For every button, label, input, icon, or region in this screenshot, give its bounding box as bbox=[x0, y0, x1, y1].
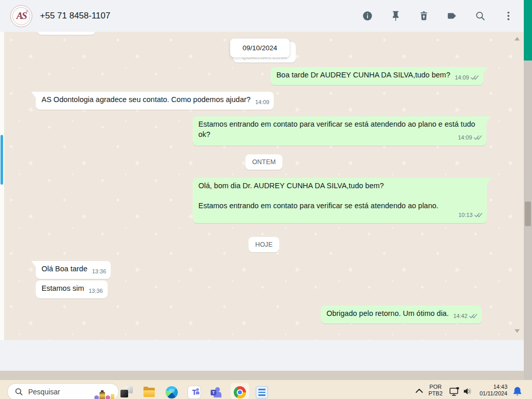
day-divider-today: HOJE bbox=[249, 237, 279, 252]
message-text: Estamos entrando em contato para verific… bbox=[198, 120, 475, 138]
notepad-line bbox=[258, 394, 265, 396]
chat-area: QUARTA-FEIRA 09/10/2024 Boa tarde Dr AUD… bbox=[4, 32, 524, 340]
message-time: 13:36 bbox=[89, 286, 103, 296]
chat-header: AS ® +55 71 8458-1107 bbox=[0, 0, 524, 32]
partial-message-bubble bbox=[37, 32, 95, 35]
message-text: Obrigado pelo retorno. Um ótimo dia. bbox=[326, 309, 449, 317]
bubble-tail bbox=[31, 92, 36, 98]
notification-bell-icon[interactable] bbox=[513, 386, 522, 396]
network-icon[interactable] bbox=[449, 387, 460, 397]
edge-icon[interactable] bbox=[166, 386, 178, 398]
page-scrollbar[interactable] bbox=[524, 61, 532, 380]
message-time: 14:09 bbox=[455, 73, 469, 83]
language-code: POR bbox=[428, 384, 443, 390]
chrome-icon[interactable] bbox=[234, 386, 246, 398]
search-icon bbox=[15, 388, 23, 396]
teams-person-head bbox=[196, 388, 199, 391]
volume-icon[interactable] bbox=[463, 387, 473, 396]
delete-icon[interactable] bbox=[418, 10, 430, 22]
teams-icon[interactable]: T bbox=[211, 386, 223, 398]
pin-icon[interactable] bbox=[390, 10, 402, 22]
message-time: 13:36 bbox=[92, 267, 106, 277]
flower-decoration bbox=[94, 395, 99, 399]
chatlist-scrollbar-thumb[interactable] bbox=[1, 135, 3, 185]
message-time: 10:13 bbox=[458, 210, 473, 221]
message-text: AS Odontologia agradece seu contato. Com… bbox=[42, 95, 251, 104]
notepad-icon[interactable] bbox=[256, 386, 268, 398]
keyboard-layout: PTB2 bbox=[428, 390, 443, 397]
avatar-initials: AS bbox=[16, 10, 26, 22]
double-check-icon bbox=[469, 313, 477, 319]
page-scrollbar-thumb[interactable] bbox=[525, 202, 531, 226]
info-icon[interactable] bbox=[361, 10, 374, 22]
avatar-trademark: ® bbox=[26, 10, 28, 13]
candle-decoration bbox=[111, 394, 114, 399]
message-bubble[interactable]: Olá Boa tarde13:36 bbox=[36, 261, 111, 279]
clock-date: 01/11/2024 bbox=[474, 390, 507, 397]
message-meta: 14:09 bbox=[255, 97, 270, 108]
menu-icon[interactable] bbox=[502, 10, 515, 22]
edge-logo bbox=[166, 386, 178, 398]
folder-front bbox=[144, 390, 155, 397]
message-time: 14:09 bbox=[255, 97, 270, 108]
search-daily-image bbox=[94, 384, 114, 399]
notepad-line bbox=[258, 392, 265, 393]
message-text: Olá Boa tarde bbox=[42, 265, 87, 273]
message-meta: 13:36 bbox=[92, 267, 106, 277]
teams-person-body bbox=[196, 391, 199, 394]
message-text: Olá, bom dia Dr. AUDREY CUNHA DA SILVA,t… bbox=[198, 181, 482, 191]
message-bubble[interactable]: Boa tarde Dr AUDREY CUNHA DA SILVA,tudo … bbox=[271, 67, 483, 85]
chat-scroll-down-arrow[interactable] bbox=[515, 329, 520, 333]
date-tooltip: 09/10/2024 bbox=[230, 38, 290, 57]
contact-phone-title[interactable]: +55 71 8458-1107 bbox=[40, 11, 110, 21]
message-time: 14:42 bbox=[453, 311, 467, 322]
search-icon[interactable] bbox=[474, 10, 486, 22]
tray-chevron-icon[interactable] bbox=[415, 388, 423, 393]
bubble-tail bbox=[486, 178, 492, 185]
message-meta: 14:09 bbox=[458, 133, 482, 143]
windows-taskbar: T T POR PTB2 bbox=[0, 380, 532, 399]
bubble-tail bbox=[483, 67, 488, 74]
taskbar-search-input[interactable] bbox=[28, 388, 75, 396]
message-bubble[interactable]: AS Odontologia agradece seu contato. Com… bbox=[36, 92, 274, 110]
message-bubble[interactable]: Estamos sim13:36 bbox=[36, 281, 108, 298]
file-explorer-icon[interactable] bbox=[143, 386, 155, 398]
message-meta: 14:09 bbox=[455, 73, 479, 83]
tray-clock[interactable]: 14:43 01/11/2024 bbox=[474, 384, 507, 397]
task-view-icon[interactable] bbox=[120, 386, 133, 398]
message-meta: 13:36 bbox=[89, 286, 103, 296]
lantern-decoration bbox=[99, 392, 105, 399]
teams-letter-box: T bbox=[211, 390, 216, 395]
language-indicator[interactable]: POR PTB2 bbox=[428, 384, 443, 397]
notepad-line bbox=[258, 389, 265, 390]
message-text: Boa tarde Dr AUDREY CUNHA DA SILVA,tudo … bbox=[276, 71, 450, 79]
double-check-icon bbox=[474, 212, 482, 218]
message-bubble[interactable]: Estamos entrando em contato para verific… bbox=[193, 116, 486, 146]
chatlist-edge-strip bbox=[0, 32, 4, 340]
day-divider-yesterday: ONTEM bbox=[245, 154, 282, 170]
chrome-blue-center bbox=[238, 390, 242, 394]
teams-chat-icon[interactable]: T bbox=[188, 386, 200, 398]
message-bubble[interactable]: Olá, bom dia Dr. AUDREY CUNHA DA SILVA,t… bbox=[193, 178, 487, 223]
chat-scroll-up-arrow[interactable] bbox=[515, 37, 520, 41]
message-meta: 10:13 bbox=[458, 210, 482, 221]
window-accent-strip bbox=[524, 0, 532, 61]
double-check-icon bbox=[474, 135, 482, 141]
taskbar-search[interactable] bbox=[7, 383, 119, 399]
task-view-front-square bbox=[120, 390, 128, 397]
contact-avatar[interactable]: AS ® bbox=[10, 5, 32, 27]
message-text: Estamos sim bbox=[42, 284, 84, 292]
message-text: Estamos entrando em contato para verific… bbox=[198, 201, 482, 211]
bubble-tail bbox=[486, 116, 491, 123]
whatsapp-window: AS ® +55 71 8458-1107 bbox=[0, 0, 532, 399]
message-time: 14:09 bbox=[458, 133, 472, 143]
bubble-tail bbox=[31, 261, 36, 268]
header-actions bbox=[361, 10, 515, 22]
clock-time: 14:43 bbox=[474, 384, 507, 390]
chrome-logo bbox=[234, 386, 246, 398]
composer-bar bbox=[0, 340, 524, 371]
message-bubble[interactable]: Obrigado pelo retorno. Um ótimo dia.14:4… bbox=[321, 306, 482, 324]
message-meta: 14:42 bbox=[453, 311, 477, 322]
label-icon[interactable] bbox=[446, 10, 458, 22]
double-check-icon bbox=[470, 75, 479, 81]
